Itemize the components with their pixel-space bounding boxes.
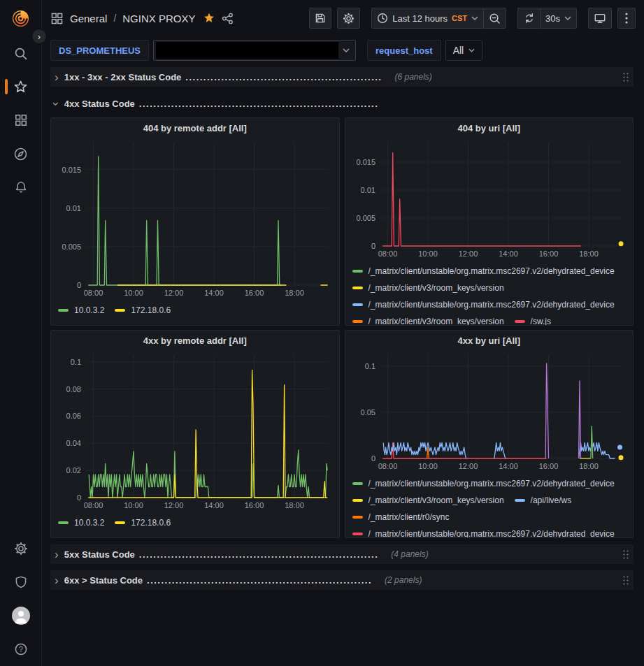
- legend-item[interactable]: /_matrix/client/v3/room_keys/version: [352, 492, 504, 509]
- panel-title[interactable]: 4xx by remote addr [All]: [51, 331, 339, 350]
- legend-item[interactable]: 10.0.3.2: [58, 302, 104, 319]
- dashboard-settings-button[interactable]: [337, 8, 360, 29]
- zoom-out-icon: [489, 13, 501, 24]
- legend-swatch: [352, 287, 363, 289]
- svg-text:12:00: 12:00: [164, 289, 184, 297]
- gear-icon: [14, 542, 28, 556]
- row-drag-handle[interactable]: [622, 72, 629, 82]
- panel-title[interactable]: 404 by remote addr [All]: [51, 118, 339, 138]
- sidebar-item-dashboards[interactable]: [0, 103, 41, 137]
- legend-item[interactable]: /_matrix/client/unstable/org.matrix.msc2…: [352, 475, 615, 492]
- legend-item[interactable]: /sw.js: [515, 313, 551, 325]
- row-6xx[interactable]: › 6xx > Status Code ....................…: [50, 570, 634, 590]
- legend-item[interactable]: /_matrix/client/v3/room_keys/version: [352, 280, 504, 296]
- row-1xx-3xx-2xx[interactable]: › 1xx - 3xx - 2xx Status Code ..........…: [50, 67, 634, 87]
- svg-text:0.05: 0.05: [360, 408, 375, 417]
- timeseries-chart[interactable]: 00.050.108:0010:0012:0014:0016:0018:00: [349, 350, 630, 473]
- legend-swatch: [352, 270, 363, 273]
- legend-swatch: [115, 309, 125, 312]
- sidebar-item-profile[interactable]: [0, 599, 41, 632]
- breadcrumb: General / NGINX PROXY: [50, 12, 234, 25]
- svg-text:08:00: 08:00: [378, 249, 397, 258]
- legend-label: /_matrix/client/unstable/org.matrix.msc2…: [368, 263, 615, 280]
- breadcrumb-section[interactable]: General: [70, 13, 107, 24]
- row-title: 4xx Status Code: [64, 99, 135, 109]
- legend: /_matrix/client/unstable/org.matrix.msc2…: [345, 261, 634, 325]
- timeseries-chart[interactable]: 00.0050.010.01508:0010:0012:0014:0016:00…: [349, 138, 630, 261]
- help-icon: ?: [14, 642, 28, 656]
- sidebar-item-configuration[interactable]: [0, 532, 41, 565]
- legend-item[interactable]: /_matrix/client/unstable/org.matrix.msc2…: [352, 526, 615, 537]
- legend-item[interactable]: 172.18.0.6: [115, 302, 171, 319]
- panel-title[interactable]: 404 by uri [All]: [345, 118, 634, 138]
- row-title: 6xx > Status Code: [64, 575, 143, 586]
- svg-text:12:00: 12:00: [458, 462, 478, 470]
- legend-swatch: [352, 516, 363, 519]
- panel-404-by-uri: 404 by uri [All] 00.0050.010.01508:0010:…: [345, 117, 634, 326]
- legend-item[interactable]: 172.18.0.6: [115, 514, 171, 531]
- legend-item[interactable]: 10.0.3.2: [58, 514, 104, 531]
- row-title: 5xx Status Code: [64, 549, 135, 560]
- svg-text:10:00: 10:00: [124, 501, 143, 509]
- svg-text:14:00: 14:00: [204, 289, 224, 297]
- chevron-down-icon: ›: [50, 101, 62, 106]
- variable-host-value-dropdown[interactable]: All: [445, 40, 483, 61]
- sidebar-item-server-admin[interactable]: [0, 565, 41, 599]
- save-dashboard-button[interactable]: [309, 8, 331, 29]
- timeseries-chart[interactable]: 00.0050.010.01508:0010:0012:0014:0016:00…: [55, 138, 336, 300]
- svg-text:0.015: 0.015: [356, 158, 375, 166]
- sidebar: ?: [0, 0, 42, 666]
- chevron-down-icon: [341, 48, 355, 52]
- legend-swatch: [352, 499, 363, 502]
- row-panel-count: (6 panels): [394, 72, 431, 82]
- breadcrumb-dashboard-title[interactable]: NGINX PROXY: [122, 13, 195, 24]
- legend-item[interactable]: /_matrix/client/r0/sync: [352, 509, 450, 526]
- kebab-menu-button[interactable]: [617, 8, 636, 29]
- legend-item[interactable]: /_matrix/client/v3/room_keys/version: [352, 313, 504, 325]
- zoom-out-time-button[interactable]: [483, 8, 506, 29]
- search-icon: [13, 46, 28, 61]
- row-drag-handle[interactable]: [622, 575, 629, 586]
- legend-swatch: [115, 521, 125, 524]
- legend: 10.0.3.2172.18.0.6: [51, 512, 339, 537]
- timezone-label: CST: [452, 14, 467, 22]
- legend-label: /sw.js: [531, 313, 551, 325]
- svg-text:16:00: 16:00: [245, 501, 264, 509]
- sidebar-item-explore[interactable]: [0, 137, 41, 171]
- legend-item[interactable]: /_matrix/client/unstable/org.matrix.msc2…: [352, 296, 615, 313]
- row-4xx[interactable]: › 4xx Status Code ......................…: [50, 94, 634, 113]
- svg-text:0.04: 0.04: [66, 439, 81, 447]
- legend-swatch: [352, 320, 363, 323]
- chevron-right-icon: ›: [55, 574, 59, 586]
- variable-ds-value-dropdown[interactable]: [153, 40, 356, 61]
- sidebar-item-help[interactable]: ?: [0, 632, 41, 666]
- sidebar-item-alerting[interactable]: [0, 171, 41, 204]
- sidebar-expand-button[interactable]: ›: [31, 29, 47, 44]
- tv-mode-button[interactable]: [588, 8, 612, 29]
- timeseries-chart[interactable]: 00.020.040.060.080.108:0010:0012:0014:00…: [55, 350, 336, 512]
- legend-label: 10.0.3.2: [74, 302, 104, 319]
- legend-label: /_matrix/client/unstable/org.matrix.msc2…: [368, 475, 615, 492]
- sidebar-item-starred[interactable]: [0, 70, 41, 103]
- refresh-interval-dropdown[interactable]: 30s: [540, 8, 577, 29]
- svg-text:10:00: 10:00: [124, 289, 143, 297]
- refresh-button[interactable]: [517, 8, 540, 29]
- avatar: [12, 607, 30, 625]
- panel-title[interactable]: 4xx by uri [All]: [345, 331, 634, 350]
- legend-label: /api/live/ws: [531, 492, 572, 509]
- svg-text:18:00: 18:00: [579, 249, 599, 258]
- row-drag-handle[interactable]: [622, 549, 629, 560]
- time-range-picker[interactable]: Last 12 hours CST: [371, 8, 483, 29]
- dashboards-icon: [14, 113, 28, 127]
- star-filled-icon[interactable]: [203, 12, 215, 24]
- explore-compass-icon: [13, 147, 28, 161]
- svg-text:14:00: 14:00: [499, 462, 518, 470]
- svg-text:0.01: 0.01: [360, 186, 375, 194]
- svg-text:18:00: 18:00: [285, 289, 304, 297]
- share-icon[interactable]: [222, 13, 234, 24]
- legend-item[interactable]: /api/live/ws: [515, 492, 572, 509]
- panel-4xx-by-remote-addr: 4xx by remote addr [All] 00.020.040.060.…: [50, 330, 340, 538]
- row-title-dots: ........................................…: [139, 549, 379, 560]
- row-5xx[interactable]: › 5xx Status Code ......................…: [50, 544, 634, 564]
- legend-item[interactable]: /_matrix/client/unstable/org.matrix.msc2…: [352, 263, 615, 280]
